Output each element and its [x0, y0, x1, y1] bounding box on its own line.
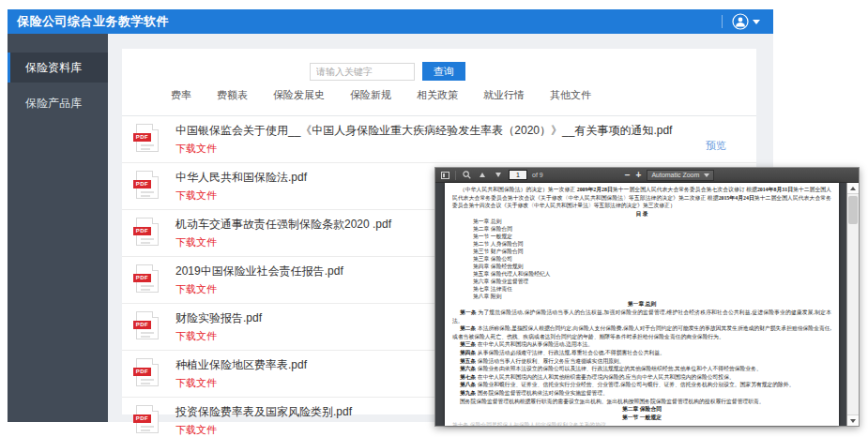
file-row: PDF 中国银保监会关于使用__《中国人身保险业重大疾病经验发生率表（2020）…: [122, 116, 756, 163]
download-file-link[interactable]: 下载文件: [175, 142, 217, 156]
scroll-up-icon: [850, 187, 856, 190]
download-file-link[interactable]: 下载文件: [175, 188, 217, 203]
sidebar-toggle-icon: [441, 172, 449, 179]
user-avatar-icon: [732, 13, 749, 30]
pdf-toc: 第一章 总则第二章 保险合同第一节 一般规定第二节 人身保险合同第三节 财产保险…: [452, 218, 831, 300]
pdf-chapter2-title: 第二章 保险合同: [452, 405, 831, 414]
pdf-file-icon: PDF: [136, 358, 159, 386]
file-name: 中国银保监会关于使用__《中国人身保险业重大疾病经验发生率表（2020）》__有…: [175, 124, 672, 138]
file-name: 种植业保险地区费率表.pdf: [175, 358, 307, 372]
preview-link[interactable]: 预览: [706, 139, 726, 153]
sidebar: 保险资料库 保险产品库: [8, 34, 108, 422]
app-header: 保险公司综合业务教学软件: [8, 9, 773, 34]
pdf-chapter1-title: 第一章 总则: [452, 300, 831, 309]
sidebar-toggle-button[interactable]: [439, 170, 450, 181]
category-tab[interactable]: 相关政策: [417, 88, 458, 102]
arrow-up-icon: [480, 173, 485, 177]
zoom-select-label: Automatic Zoom: [651, 172, 699, 178]
pdf-content-area: （中华人民共和国保险法）的决定）第一次修正 2009年2月28日第十一届全国人民…: [435, 183, 846, 426]
file-name: 2019中国保险业社会责任报告.pdf: [175, 264, 343, 279]
category-tabs: 费率费额表保险发展史保险新规相关政策就业行情其他文件: [171, 88, 591, 102]
file-name: 投资保险费率表及国家风险类别.pdf: [175, 405, 352, 419]
category-tab[interactable]: 费额表: [217, 88, 248, 102]
category-tab[interactable]: 其他文件: [550, 88, 591, 102]
user-menu-button[interactable]: [728, 11, 764, 32]
pdf-file-icon: PDF: [136, 405, 159, 433]
chevron-down-icon: [704, 173, 709, 177]
toolbar-divider: [455, 171, 456, 180]
search-button[interactable]: 查询: [422, 62, 465, 81]
scroll-up-button[interactable]: [847, 183, 859, 194]
search-input[interactable]: [310, 63, 415, 81]
search-bar: 查询: [310, 62, 465, 81]
pdf-toc-title: 目 录: [452, 210, 831, 218]
category-tab[interactable]: 就业行情: [483, 88, 525, 102]
search-icon: [463, 171, 471, 179]
file-name: 中华人民共和国保险法.pdf: [175, 171, 307, 185]
zoom-select[interactable]: Automatic Zoom: [647, 170, 714, 181]
page-number-input[interactable]: [509, 170, 527, 180]
pdf-file-icon: PDF: [136, 264, 159, 293]
zoom-out-button[interactable]: −: [625, 171, 631, 180]
scrollbar-thumb[interactable]: [848, 196, 858, 224]
zoom-in-button[interactable]: +: [636, 171, 642, 180]
download-file-link[interactable]: 下载文件: [175, 329, 217, 343]
zoom-controls: − + Automatic Zoom: [625, 170, 715, 181]
category-tab[interactable]: 费率: [171, 88, 191, 102]
sidebar-item[interactable]: 保险产品库: [8, 88, 108, 118]
chevron-down-icon: [753, 20, 760, 24]
card-header: 查询 费率费额表保险发展史保险新规相关政策就业行情其他文件: [122, 49, 756, 116]
download-file-link[interactable]: 下载文件: [175, 235, 217, 249]
download-file-link[interactable]: 下载文件: [175, 423, 217, 437]
pdf-file-icon: PDF: [136, 171, 159, 199]
sidebar-item[interactable]: 保险资料库: [8, 53, 108, 83]
pdf-viewer-window: of 9 − + Automatic Zoom （中华人民共和国保险法）的决定）…: [434, 167, 860, 427]
category-tab[interactable]: 保险新规: [350, 88, 391, 102]
header-user-area: [722, 11, 764, 32]
next-page-button[interactable]: [493, 170, 504, 181]
category-tab[interactable]: 保险发展史: [273, 88, 325, 102]
pdf-file-icon: PDF: [136, 218, 159, 246]
find-button[interactable]: [461, 170, 472, 181]
arrow-down-icon: [495, 173, 501, 177]
pdf-file-icon: PDF: [136, 124, 159, 152]
pdf-faded-line: 第十条 保险合同是投保人与保险人约定保险权利义务关系的协议。: [452, 421, 831, 426]
previous-page-button[interactable]: [477, 170, 488, 181]
page-count-label: of 9: [532, 172, 543, 178]
pdf-page: （中华人民共和国保险法）的决定）第一次修正 2009年2月28日第十一届全国人民…: [445, 183, 839, 426]
screen: 保险公司综合业务教学软件 保险资料库 保险产品库: [0, 0, 868, 437]
app-title: 保险公司综合业务教学软件: [17, 13, 169, 30]
sidebar-item-label: 保险资料库: [25, 61, 82, 74]
download-file-link[interactable]: 下载文件: [175, 282, 217, 296]
header-divider: [722, 15, 723, 28]
sidebar-item-label: 保险产品库: [25, 97, 82, 110]
pdf-articles: 第一条 为了规范保险活动,保护保险活动当事人的合法权益,加强对保险业的监督管理,…: [452, 309, 831, 405]
file-name: 机动车交通事故责任强制保险条款2020 .pdf: [175, 218, 391, 232]
pdf-scrollbar[interactable]: [846, 183, 859, 426]
pdf-section1-title: 第一节 一般规定: [452, 414, 831, 422]
scroll-down-button[interactable]: [847, 414, 859, 426]
download-file-link[interactable]: 下载文件: [175, 376, 217, 390]
pdf-file-icon: PDF: [136, 311, 159, 339]
file-name: 财险实验报告.pdf: [175, 311, 262, 325]
pdf-intro-paragraph: （中华人民共和国保险法）的决定）第一次修正 2009年2月28日第十一届全国人民…: [452, 186, 831, 210]
pdf-toolbar: of 9 − + Automatic Zoom: [435, 168, 859, 183]
scroll-down-icon: [850, 419, 856, 423]
